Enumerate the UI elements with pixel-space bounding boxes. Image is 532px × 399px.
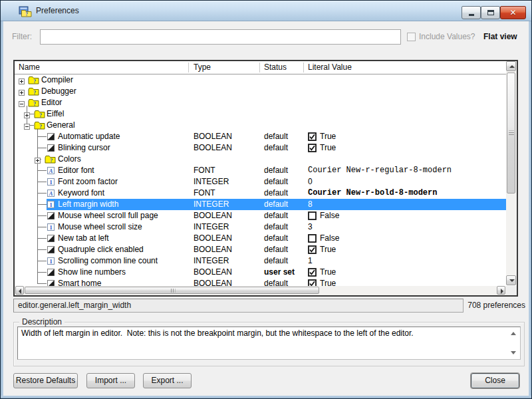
column-header-status[interactable]: Status <box>264 61 287 74</box>
pref-status: default <box>264 131 288 142</box>
scroll-down-button[interactable] <box>506 275 516 285</box>
pref-row-blinking-cursor[interactable]: Blinking cursorBOOLEANdefaultTrue <box>15 142 506 154</box>
preferences-folder-icon: ? <box>19 6 32 17</box>
pref-row-mouse-wheel-scroll-full-page[interactable]: Mouse wheel scroll full pageBOOLEANdefau… <box>15 210 506 221</box>
font-type-icon: A <box>47 190 55 199</box>
tree-line <box>37 249 47 250</box>
close-window-button[interactable]: ✕ <box>500 6 526 19</box>
expand-plus-icon[interactable] <box>19 77 25 83</box>
scroll-left-button[interactable] <box>15 286 24 295</box>
tree-line <box>37 215 47 216</box>
description-textarea[interactable]: Width of left margin in editor. Note: th… <box>17 327 521 360</box>
minimize-button[interactable] <box>462 6 481 19</box>
window-frame-bottom <box>1 396 531 398</box>
pref-status: default <box>264 165 288 176</box>
pref-row-editor-font[interactable]: AEditor fontFONTdefaultCourier New-r-reg… <box>15 165 506 176</box>
column-divider[interactable] <box>303 63 304 72</box>
svg-text:?: ? <box>39 112 42 118</box>
integer-type-icon: 1 <box>47 257 55 267</box>
pref-row-left-margin-width[interactable]: 1Left margin widthINTEGERdefault8 <box>15 199 506 210</box>
pref-row-keyword-font[interactable]: AKeyword fontFONTdefaultCourier New-r-bo… <box>15 188 506 199</box>
description-group: Description Width of left margin in edit… <box>13 322 525 366</box>
horizontal-scrollbar[interactable] <box>15 286 506 295</box>
export-button[interactable]: Export ... <box>143 373 192 388</box>
pref-status: default <box>264 278 288 286</box>
vertical-scrollbar[interactable] <box>506 61 517 285</box>
pref-row-general[interactable]: ?General <box>15 120 506 131</box>
column-divider[interactable] <box>259 63 260 72</box>
column-header-type[interactable]: Type <box>194 61 211 74</box>
value-checkbox-checked[interactable] <box>308 245 317 256</box>
value-checkbox-checked[interactable] <box>308 144 317 154</box>
description-scroll-up-icon[interactable] <box>511 332 516 335</box>
pref-row-new-tab-at-left[interactable]: New tab at leftBOOLEANdefaultFalse <box>15 233 506 244</box>
filter-input[interactable] <box>40 29 401 45</box>
pref-value: True <box>320 244 336 255</box>
description-scroll-down-icon[interactable] <box>511 351 516 354</box>
value-checkbox-unchecked[interactable] <box>308 234 317 245</box>
pref-name: Compiler <box>41 74 73 86</box>
pref-value: Courier New-r-regular-8-modern <box>308 165 452 176</box>
pref-name: Automatic update <box>58 131 120 142</box>
pref-row-automatic-update[interactable]: Automatic updateBOOLEANdefaultTrue <box>15 131 506 142</box>
value-checkbox-checked[interactable] <box>308 279 317 286</box>
pref-type: INTEGER <box>194 176 229 188</box>
pref-status: user set <box>264 267 295 278</box>
pref-value: True <box>320 131 336 142</box>
filter-label: Filter: <box>12 29 32 45</box>
pref-type: BOOLEAN <box>194 278 232 286</box>
collapse-minus-icon[interactable] <box>24 122 30 128</box>
pref-row-debugger[interactable]: ?Debugger <box>15 86 506 97</box>
preferences-window: ? Preferences ✕ Filter: Include Values? … <box>0 0 532 399</box>
tree-line <box>37 227 47 227</box>
include-values-checkbox[interactable] <box>407 33 416 41</box>
pref-status: default <box>264 210 288 221</box>
flat-view-button[interactable]: Flat view <box>483 29 517 45</box>
integer-type-icon: 1 <box>47 223 55 233</box>
value-checkbox-checked[interactable] <box>308 268 317 279</box>
pref-value: 1 <box>308 255 313 267</box>
expand-plus-icon[interactable] <box>35 156 41 162</box>
pref-value: 3 <box>308 221 313 233</box>
pref-row-editor[interactable]: ?Editor <box>15 97 506 108</box>
value-checkbox-checked[interactable] <box>308 132 317 143</box>
value-checkbox-unchecked[interactable] <box>308 211 317 222</box>
import-button[interactable]: Import ... <box>86 373 135 388</box>
scroll-up-button[interactable] <box>506 61 516 71</box>
expand-plus-icon[interactable] <box>19 88 25 94</box>
column-header-literal[interactable]: Literal Value <box>308 61 352 74</box>
close-button[interactable]: Close <box>471 373 519 388</box>
pref-value: 0 <box>308 176 313 188</box>
minimize-icon <box>469 14 474 16</box>
scroll-right-button[interactable] <box>497 286 505 295</box>
pref-row-show-line-numbers[interactable]: Show line numbersBOOLEANuser setTrue <box>15 267 506 278</box>
folder-icon: ? <box>28 76 39 86</box>
pref-type: BOOLEAN <box>194 267 232 278</box>
pref-status: default <box>264 188 288 199</box>
svg-text:1: 1 <box>49 224 52 231</box>
svg-text:?: ? <box>25 11 28 17</box>
vertical-scroll-thumb[interactable] <box>507 72 515 194</box>
pref-row-mouse-wheel-scroll-size[interactable]: 1Mouse wheel scroll sizeINTEGERdefault3 <box>15 221 506 233</box>
titlebar: ? Preferences ✕ <box>1 1 531 21</box>
column-divider[interactable] <box>188 63 189 72</box>
pref-status: default <box>264 142 288 154</box>
pref-row-smart-home[interactable]: Smart homeBOOLEANdefaultTrue <box>15 278 506 286</box>
collapse-minus-icon[interactable] <box>19 100 25 106</box>
restore-defaults-button[interactable]: Restore Defaults <box>13 373 78 388</box>
pref-row-colors[interactable]: ?Colors <box>15 154 506 165</box>
pref-name: Editor <box>41 97 62 108</box>
boolean-type-icon <box>47 144 55 154</box>
pref-row-font-zoom-factor[interactable]: 1Font zoom factorINTEGERdefault0 <box>15 176 506 188</box>
pref-row-scrolling-common-line-count[interactable]: 1Scrolling common line countINTEGERdefau… <box>15 255 506 267</box>
pref-row-eiffel[interactable]: ?Eiffel <box>15 108 506 120</box>
selected-preference-path: editor.general.left_margin_width <box>13 299 464 313</box>
svg-text:A: A <box>49 190 53 197</box>
horizontal-scroll-thumb[interactable] <box>25 287 319 294</box>
expand-plus-icon[interactable] <box>24 111 30 117</box>
pref-row-compiler[interactable]: ?Compiler <box>15 74 506 86</box>
pref-row-quadruple-click-enabled[interactable]: Quadruple click enabledBOOLEANdefaultTru… <box>15 244 506 255</box>
column-header-name[interactable]: Name <box>19 61 40 74</box>
maximize-button[interactable] <box>481 6 500 19</box>
boolean-type-icon <box>47 246 55 255</box>
